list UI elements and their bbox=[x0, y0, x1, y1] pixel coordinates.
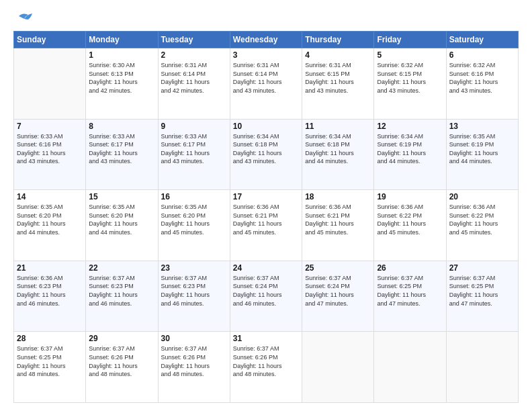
weekday-header-sunday: Sunday bbox=[14, 32, 86, 48]
calendar-week-2: 7Sunrise: 6:33 AM Sunset: 6:16 PM Daylig… bbox=[14, 119, 519, 190]
day-number: 19 bbox=[377, 192, 443, 201]
day-number: 10 bbox=[233, 122, 299, 131]
day-info: Sunrise: 6:37 AM Sunset: 6:26 PM Dayligh… bbox=[89, 345, 154, 378]
day-number: 17 bbox=[233, 192, 299, 201]
day-info: Sunrise: 6:37 AM Sunset: 6:25 PM Dayligh… bbox=[17, 345, 83, 378]
day-number: 11 bbox=[305, 122, 371, 131]
calendar-cell: 21Sunrise: 6:36 AM Sunset: 6:23 PM Dayli… bbox=[14, 261, 86, 332]
day-info: Sunrise: 6:36 AM Sunset: 6:21 PM Dayligh… bbox=[233, 203, 299, 236]
day-number: 23 bbox=[161, 263, 227, 273]
calendar-cell bbox=[302, 332, 374, 403]
day-info: Sunrise: 6:33 AM Sunset: 6:17 PM Dayligh… bbox=[89, 132, 154, 166]
day-number: 12 bbox=[377, 122, 443, 131]
day-number: 20 bbox=[449, 192, 515, 201]
day-number: 25 bbox=[305, 263, 371, 273]
calendar-cell bbox=[446, 332, 518, 403]
day-info: Sunrise: 6:33 AM Sunset: 6:16 PM Dayligh… bbox=[17, 132, 83, 166]
calendar-cell: 6Sunrise: 6:32 AM Sunset: 6:16 PM Daylig… bbox=[446, 48, 518, 120]
calendar-cell: 2Sunrise: 6:31 AM Sunset: 6:14 PM Daylig… bbox=[158, 48, 230, 120]
day-number: 9 bbox=[161, 122, 227, 131]
day-number: 6 bbox=[449, 50, 515, 60]
calendar-cell: 9Sunrise: 6:33 AM Sunset: 6:17 PM Daylig… bbox=[158, 119, 230, 190]
day-number: 21 bbox=[17, 263, 83, 273]
day-number: 27 bbox=[449, 263, 515, 273]
weekday-header-friday: Friday bbox=[374, 32, 446, 48]
calendar-cell: 28Sunrise: 6:37 AM Sunset: 6:25 PM Dayli… bbox=[14, 332, 86, 403]
calendar-cell: 22Sunrise: 6:37 AM Sunset: 6:23 PM Dayli… bbox=[86, 261, 158, 332]
day-number: 22 bbox=[89, 263, 154, 273]
calendar-cell: 8Sunrise: 6:33 AM Sunset: 6:17 PM Daylig… bbox=[86, 119, 158, 190]
day-info: Sunrise: 6:33 AM Sunset: 6:17 PM Dayligh… bbox=[161, 132, 227, 166]
day-number: 14 bbox=[17, 192, 83, 201]
day-info: Sunrise: 6:37 AM Sunset: 6:26 PM Dayligh… bbox=[233, 345, 299, 378]
calendar-cell: 29Sunrise: 6:37 AM Sunset: 6:26 PM Dayli… bbox=[86, 332, 158, 403]
calendar-cell: 24Sunrise: 6:37 AM Sunset: 6:24 PM Dayli… bbox=[230, 261, 302, 332]
calendar-cell: 15Sunrise: 6:35 AM Sunset: 6:20 PM Dayli… bbox=[86, 190, 158, 261]
calendar-cell: 1Sunrise: 6:30 AM Sunset: 6:13 PM Daylig… bbox=[86, 48, 158, 120]
day-info: Sunrise: 6:31 AM Sunset: 6:15 PM Dayligh… bbox=[305, 61, 371, 95]
logo-bird-icon bbox=[13, 11, 34, 26]
day-info: Sunrise: 6:32 AM Sunset: 6:15 PM Dayligh… bbox=[377, 61, 443, 95]
day-number: 4 bbox=[305, 50, 371, 60]
calendar-cell: 19Sunrise: 6:36 AM Sunset: 6:22 PM Dayli… bbox=[374, 190, 446, 261]
day-number: 3 bbox=[233, 50, 299, 60]
calendar-cell: 12Sunrise: 6:34 AM Sunset: 6:19 PM Dayli… bbox=[374, 119, 446, 190]
day-number: 24 bbox=[233, 263, 299, 273]
calendar-cell: 5Sunrise: 6:32 AM Sunset: 6:15 PM Daylig… bbox=[374, 48, 446, 120]
calendar-cell: 16Sunrise: 6:35 AM Sunset: 6:20 PM Dayli… bbox=[158, 190, 230, 261]
day-info: Sunrise: 6:35 AM Sunset: 6:20 PM Dayligh… bbox=[17, 203, 83, 236]
day-info: Sunrise: 6:32 AM Sunset: 6:16 PM Dayligh… bbox=[449, 61, 515, 95]
day-info: Sunrise: 6:37 AM Sunset: 6:23 PM Dayligh… bbox=[89, 274, 154, 308]
weekday-header-row: SundayMondayTuesdayWednesdayThursdayFrid… bbox=[14, 32, 519, 48]
day-number: 1 bbox=[89, 50, 154, 60]
day-info: Sunrise: 6:36 AM Sunset: 6:21 PM Dayligh… bbox=[305, 203, 371, 236]
calendar-cell bbox=[374, 332, 446, 403]
day-number: 13 bbox=[449, 122, 515, 131]
calendar-cell: 31Sunrise: 6:37 AM Sunset: 6:26 PM Dayli… bbox=[230, 332, 302, 403]
day-info: Sunrise: 6:35 AM Sunset: 6:19 PM Dayligh… bbox=[449, 132, 515, 166]
calendar-cell: 27Sunrise: 6:37 AM Sunset: 6:25 PM Dayli… bbox=[446, 261, 518, 332]
day-number: 28 bbox=[17, 334, 83, 343]
calendar-cell: 17Sunrise: 6:36 AM Sunset: 6:21 PM Dayli… bbox=[230, 190, 302, 261]
day-info: Sunrise: 6:37 AM Sunset: 6:24 PM Dayligh… bbox=[233, 274, 299, 308]
logo bbox=[13, 11, 35, 26]
calendar-week-5: 28Sunrise: 6:37 AM Sunset: 6:25 PM Dayli… bbox=[14, 332, 519, 403]
calendar-week-4: 21Sunrise: 6:36 AM Sunset: 6:23 PM Dayli… bbox=[14, 261, 519, 332]
calendar-cell: 26Sunrise: 6:37 AM Sunset: 6:25 PM Dayli… bbox=[374, 261, 446, 332]
day-info: Sunrise: 6:37 AM Sunset: 6:26 PM Dayligh… bbox=[161, 345, 227, 378]
day-info: Sunrise: 6:37 AM Sunset: 6:25 PM Dayligh… bbox=[377, 274, 443, 308]
day-number: 15 bbox=[89, 192, 154, 201]
calendar-cell: 20Sunrise: 6:36 AM Sunset: 6:22 PM Dayli… bbox=[446, 190, 518, 261]
weekday-header-thursday: Thursday bbox=[302, 32, 374, 48]
day-info: Sunrise: 6:35 AM Sunset: 6:20 PM Dayligh… bbox=[161, 203, 227, 236]
weekday-header-saturday: Saturday bbox=[446, 32, 518, 48]
calendar-cell: 3Sunrise: 6:31 AM Sunset: 6:14 PM Daylig… bbox=[230, 48, 302, 120]
weekday-header-monday: Monday bbox=[86, 32, 158, 48]
day-info: Sunrise: 6:37 AM Sunset: 6:23 PM Dayligh… bbox=[161, 274, 227, 308]
day-info: Sunrise: 6:36 AM Sunset: 6:22 PM Dayligh… bbox=[377, 203, 443, 236]
day-info: Sunrise: 6:34 AM Sunset: 6:18 PM Dayligh… bbox=[233, 132, 299, 166]
calendar-week-1: 1Sunrise: 6:30 AM Sunset: 6:13 PM Daylig… bbox=[14, 48, 519, 120]
day-info: Sunrise: 6:31 AM Sunset: 6:14 PM Dayligh… bbox=[233, 61, 299, 95]
day-info: Sunrise: 6:30 AM Sunset: 6:13 PM Dayligh… bbox=[89, 61, 154, 95]
calendar-cell: 25Sunrise: 6:37 AM Sunset: 6:24 PM Dayli… bbox=[302, 261, 374, 332]
day-info: Sunrise: 6:37 AM Sunset: 6:24 PM Dayligh… bbox=[305, 274, 371, 308]
day-number: 7 bbox=[17, 122, 83, 131]
day-number: 16 bbox=[161, 192, 227, 201]
weekday-header-wednesday: Wednesday bbox=[230, 32, 302, 48]
day-number: 18 bbox=[305, 192, 371, 201]
day-info: Sunrise: 6:37 AM Sunset: 6:25 PM Dayligh… bbox=[449, 274, 515, 308]
day-number: 2 bbox=[161, 50, 227, 60]
page: SundayMondayTuesdayWednesdayThursdayFrid… bbox=[0, 0, 532, 411]
calendar-cell: 30Sunrise: 6:37 AM Sunset: 6:26 PM Dayli… bbox=[158, 332, 230, 403]
day-number: 31 bbox=[233, 334, 299, 343]
day-number: 5 bbox=[377, 50, 443, 60]
calendar-cell: 23Sunrise: 6:37 AM Sunset: 6:23 PM Dayli… bbox=[158, 261, 230, 332]
day-info: Sunrise: 6:34 AM Sunset: 6:18 PM Dayligh… bbox=[305, 132, 371, 166]
calendar-cell: 13Sunrise: 6:35 AM Sunset: 6:19 PM Dayli… bbox=[446, 119, 518, 190]
calendar-cell: 4Sunrise: 6:31 AM Sunset: 6:15 PM Daylig… bbox=[302, 48, 374, 120]
header bbox=[13, 11, 519, 26]
day-number: 30 bbox=[161, 334, 227, 343]
calendar-week-3: 14Sunrise: 6:35 AM Sunset: 6:20 PM Dayli… bbox=[14, 190, 519, 261]
day-info: Sunrise: 6:31 AM Sunset: 6:14 PM Dayligh… bbox=[161, 61, 227, 95]
